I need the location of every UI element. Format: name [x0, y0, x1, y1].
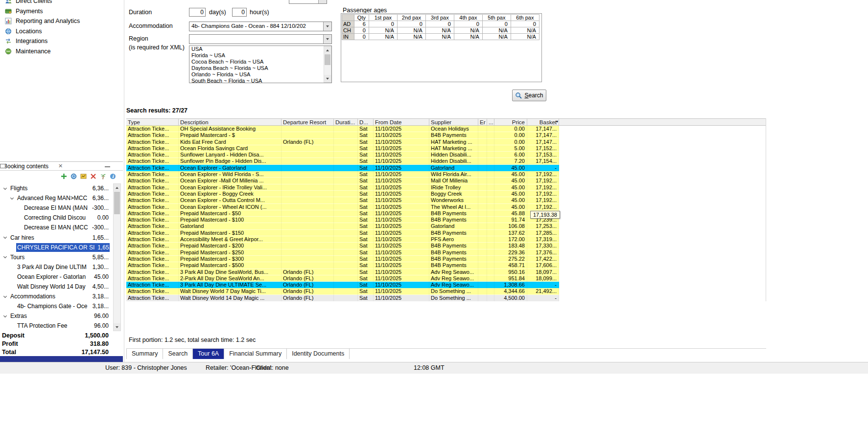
pax-value-cell[interactable]: N/A [454, 27, 482, 34]
pax-value-cell[interactable]: 0 [369, 21, 397, 27]
tree-item-tours[interactable]: Tours5,85... [0, 252, 113, 262]
result-row[interactable]: Attraction Ticke...Prepaid Mastercard - … [126, 132, 559, 138]
cropped-combo[interactable] [289, 0, 327, 4]
pax-value-cell[interactable]: 0 [454, 21, 482, 27]
region-option-usa[interactable]: USA [189, 46, 331, 52]
pax-value-cell[interactable]: N/A [425, 27, 454, 34]
tab-identity-documents[interactable]: Identity Documents [287, 349, 350, 359]
duration-days-input[interactable] [189, 8, 206, 17]
float-panel-icon[interactable] [0, 164, 5, 168]
tab-financial-summary[interactable]: Financial Summary [224, 349, 287, 359]
markup-icon[interactable] [80, 173, 87, 180]
pax-value-cell[interactable]: N/A [397, 34, 425, 40]
result-row[interactable]: Attraction Ticke...2-Park All Day Dine S… [126, 275, 559, 282]
result-row[interactable]: Attraction Ticke...Prepaid Mastercard - … [126, 262, 559, 269]
sidebar-item-integrations[interactable]: Integrations [0, 36, 122, 46]
pax-value-cell[interactable]: 0 [511, 21, 539, 27]
column-header-departure-resort[interactable]: Departure Resort [282, 119, 334, 125]
result-row[interactable]: Attraction Ticke...Ocean Explorer - Outt… [126, 197, 559, 203]
sidebar-item-direct-clients[interactable]: Direct Clients [0, 0, 122, 6]
result-row[interactable]: Attraction Ticke...3 Park All Day Dine S… [126, 269, 559, 275]
result-row[interactable]: Attraction Ticke...Sunflower Lanyard - H… [126, 152, 559, 158]
refresh-icon[interactable] [70, 173, 77, 180]
sidebar-item-reporting-and-analytics[interactable]: Reporting and Analytics [0, 16, 122, 26]
region-select[interactable] [189, 34, 332, 44]
pax-value-cell[interactable]: N/A [425, 34, 454, 40]
column-header-price[interactable]: Price [494, 119, 527, 125]
result-row[interactable]: Attraction Ticke...Prepaid Mastercard - … [126, 230, 559, 236]
pax-value-cell[interactable]: 6 [354, 21, 369, 27]
result-row[interactable]: Attraction Ticke...Ocean Florida Savings… [126, 145, 559, 152]
result-row[interactable]: Attraction Ticke...Walt Disney World 14 … [126, 295, 559, 301]
result-row[interactable]: Attraction Ticke...Ocean Explorer -Mall … [126, 178, 559, 184]
column-header-x[interactable]: ... [487, 119, 494, 125]
region-option-south-beach-florida-usa[interactable]: South Beach ~ Florida ~ USA [189, 78, 331, 83]
duration-hours-input[interactable] [232, 8, 247, 17]
tree-item-decrease-ei-man-mcc[interactable]: Decrease EI MAN (MCC-300... [0, 223, 113, 232]
result-row[interactable]: Attraction Ticke...Sunflower Pin Badge -… [126, 158, 559, 164]
region-scrollbar[interactable] [324, 46, 331, 83]
chevron-down-icon[interactable] [323, 22, 331, 31]
scroll-thumb[interactable] [325, 54, 330, 65]
accommodation-select[interactable]: 4b- Champions Gate - Ocean - 884 12/10/2… [189, 22, 332, 31]
delete-icon[interactable] [90, 173, 96, 180]
chevron-down-icon[interactable] [3, 294, 7, 298]
result-row[interactable]: Attraction Ticke...3 Park All Day Dine U… [126, 282, 559, 288]
tree-item-flights[interactable]: Flights6,36... [0, 183, 113, 193]
result-row[interactable]: Attraction Ticke...Walt Disney World 7 D… [126, 288, 559, 294]
tree-item-advanced-reg-man-mcc[interactable]: Advanced Reg MAN>MCC6,36... [0, 193, 113, 203]
result-row[interactable]: Attraction Ticke...Prepaid Mastercard - … [126, 249, 559, 256]
result-row[interactable]: Attraction Ticke...Prepaid Mastercard - … [126, 210, 559, 217]
chevron-down-icon[interactable] [3, 235, 7, 239]
result-row[interactable]: Attraction Ticke...Prepaid Mastercard - … [126, 243, 559, 249]
column-header-description[interactable]: Description [179, 119, 282, 125]
tree-item-tta-protection-fee[interactable]: TTA Protection Fee96.00 [0, 321, 113, 331]
column-header-d[interactable]: D... [358, 119, 374, 125]
pax-value-cell[interactable]: 0 [425, 21, 454, 27]
tree-item-3-park-all-day-dine-ultim[interactable]: 3 Park All Day Dine ULTIM1,30... [0, 262, 113, 272]
tree-item-accommodations[interactable]: Accommodations3,18... [0, 292, 113, 301]
chevron-down-icon[interactable] [3, 186, 7, 190]
pax-value-cell[interactable]: N/A [369, 34, 397, 40]
region-option-cocoa-beach-florida-usa[interactable]: Cocoa Beach ~ Florida ~ USA [189, 59, 331, 65]
chevron-down-icon[interactable] [323, 35, 331, 44]
pax-value-cell[interactable]: 0 [397, 21, 425, 27]
chevron-down-icon[interactable] [3, 255, 7, 258]
result-row[interactable]: Attraction Ticke...Prepaid Mastercard - … [126, 256, 559, 262]
tab-summary[interactable]: Summary [126, 349, 163, 359]
tree-item-walt-disney-world-14-day[interactable]: Walt Disney World 14 Day4,50... [0, 282, 113, 292]
region-option-orlando-florida-usa[interactable]: Orlando ~ Florida ~ USA [189, 71, 331, 78]
tree-item-car-hires[interactable]: Car hires1,65... [0, 232, 113, 242]
scroll-up-icon[interactable] [114, 184, 120, 191]
column-header-er[interactable]: Er [478, 119, 487, 125]
sidebar-item-locations[interactable]: Locations [0, 26, 122, 37]
result-row[interactable]: Attraction Ticke...Accessibility Meet & … [126, 236, 559, 243]
pax-value-cell[interactable]: N/A [369, 27, 397, 34]
chevron-down-icon[interactable] [318, 0, 327, 3]
column-header-type[interactable]: Type [126, 119, 179, 125]
scroll-down-icon[interactable] [324, 75, 331, 82]
result-row[interactable]: Attraction Ticke...Kids Eat Free CardOrl… [126, 139, 559, 145]
tab-tour-6a[interactable]: Tour 6A [193, 349, 224, 359]
tree-item-extras[interactable]: Extras96.00 [0, 311, 113, 321]
result-row[interactable]: Attraction Ticke...OH Special Assistance… [126, 126, 559, 132]
chevron-down-icon[interactable] [3, 314, 7, 317]
tree-item-decrease-ei-man-man[interactable]: Decrease EI MAN (MAN-300... [0, 203, 113, 213]
search-button[interactable]: Search [512, 90, 546, 101]
collapse-panel-icon[interactable] [105, 166, 110, 167]
result-row[interactable]: Attraction Ticke...GatorlandSat11/10/202… [126, 223, 559, 229]
tree-item-chrysler-pacifica-or-si[interactable]: CHRYSLER PACIFICA OR SI1,65... [0, 243, 113, 252]
close-icon[interactable]: ✕ [58, 163, 63, 169]
tree-item-4b-champions-gate-oce[interactable]: 4b- Champions Gate - Oce3,18... [0, 301, 113, 311]
pax-value-cell[interactable]: N/A [397, 27, 425, 34]
scroll-down-icon[interactable] [114, 323, 120, 331]
pax-value-cell[interactable]: 0 [354, 34, 369, 40]
pax-value-cell[interactable]: N/A [454, 34, 482, 40]
holiday-icon[interactable] [100, 173, 106, 180]
region-option-daytona-beach-florida-usa[interactable]: Daytona Beach ~ Florida ~ USA [189, 65, 331, 71]
sidebar-item-maintenance[interactable]: Maintenance [0, 46, 122, 57]
column-header-durati[interactable]: Durati... [334, 119, 358, 125]
pax-value-cell[interactable]: 0 [354, 27, 369, 34]
tab-search[interactable]: Search [163, 349, 193, 359]
result-row[interactable]: Attraction Ticke...Prepaid Mastercard - … [126, 217, 559, 223]
